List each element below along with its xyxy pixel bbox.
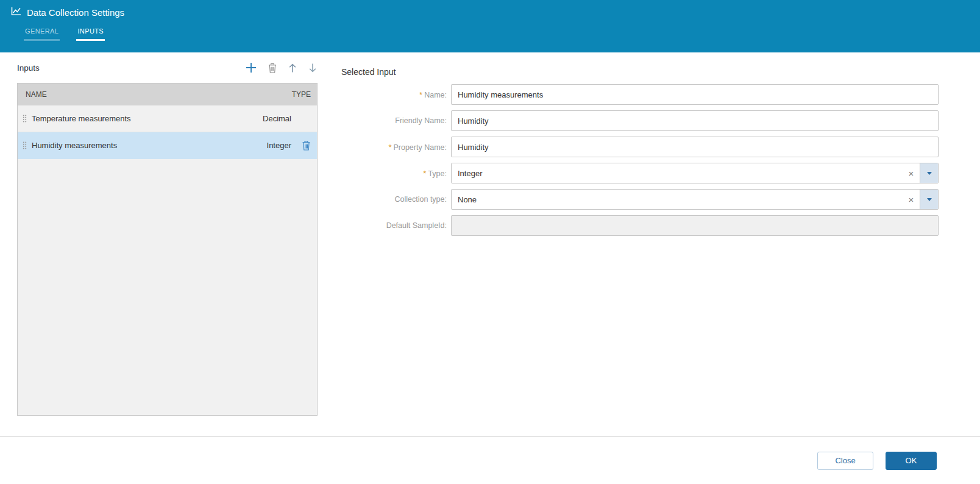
input-name: Temperature measurements	[32, 114, 131, 123]
selected-input-form: *Name: Friendly Name: *Property Name: *T…	[341, 84, 939, 236]
move-up-button[interactable]	[288, 63, 297, 73]
inputs-panel-header: Inputs	[17, 52, 318, 83]
field-collection-type: Collection type: ×	[341, 189, 939, 210]
selected-input-title: Selected Input	[341, 67, 939, 77]
field-property-name: *Property Name:	[341, 137, 939, 157]
input-type: Decimal	[263, 114, 291, 123]
column-header-name: NAME	[26, 90, 47, 99]
field-friendly-name: Friendly Name:	[341, 110, 939, 131]
collection-type-combobox: ×	[451, 189, 939, 210]
page-title: Data Collection Settings	[27, 7, 124, 18]
title-row: Data Collection Settings	[11, 0, 980, 18]
collection-type-combobox-input[interactable]	[452, 190, 903, 209]
drag-handle-icon[interactable]	[21, 141, 28, 149]
field-default-sampleid: Default SampleId:	[341, 215, 939, 236]
input-name: Humidity measurements	[32, 141, 117, 150]
friendly-name-input[interactable]	[451, 110, 939, 131]
field-label-text: Collection type:	[395, 195, 447, 204]
chart-icon	[11, 7, 21, 18]
name-input[interactable]	[451, 84, 939, 105]
ok-button[interactable]: OK	[886, 452, 937, 470]
close-button[interactable]: Close	[817, 452, 873, 470]
tab-inputs[interactable]: INPUTS	[76, 27, 105, 41]
tab-general[interactable]: GENERAL	[24, 27, 60, 41]
field-label-text: Property Name:	[393, 143, 447, 152]
delete-input-button[interactable]	[268, 63, 277, 73]
drag-handle-icon[interactable]	[21, 115, 28, 123]
type-combobox-input[interactable]	[452, 163, 903, 183]
arrow-up-icon	[288, 63, 297, 73]
plus-icon	[246, 62, 257, 73]
column-header-type: TYPE	[292, 90, 311, 99]
list-item-temperature[interactable]: Temperature measurements Decimal	[18, 105, 317, 132]
default-sampleid-input	[451, 215, 939, 236]
inputs-panel: Inputs	[17, 52, 318, 436]
list-header-row: NAME TYPE	[18, 84, 317, 105]
selected-input-panel: Selected Input *Name: Friendly Name: *Pr…	[318, 52, 980, 436]
chevron-down-icon[interactable]	[920, 190, 938, 209]
main-content: Inputs	[0, 52, 980, 436]
clear-icon[interactable]: ×	[903, 163, 920, 183]
trash-icon	[302, 140, 311, 151]
dialog-footer: Close OK	[0, 436, 980, 484]
field-type: *Type: ×	[341, 163, 939, 183]
required-marker: *	[423, 169, 426, 178]
inputs-list: NAME TYPE Temperature measurements Decim…	[17, 83, 318, 416]
tab-bar: GENERAL INPUTS	[24, 27, 980, 41]
field-name: *Name:	[341, 84, 939, 105]
add-input-button[interactable]	[246, 62, 257, 73]
inputs-panel-title: Inputs	[17, 63, 40, 73]
field-label-text: Name:	[424, 91, 447, 99]
property-name-input[interactable]	[451, 137, 939, 157]
field-label-text: Default SampleId:	[386, 221, 447, 230]
list-item-humidity[interactable]: Humidity measurements Integer	[18, 132, 317, 159]
arrow-down-icon	[308, 63, 317, 73]
header: Data Collection Settings GENERAL INPUTS	[0, 0, 980, 52]
type-combobox: ×	[451, 163, 939, 183]
move-down-button[interactable]	[308, 63, 317, 73]
inputs-toolbar	[246, 62, 318, 73]
required-marker: *	[419, 90, 422, 99]
required-marker: *	[388, 143, 391, 152]
trash-icon	[268, 63, 277, 73]
field-label-text: Type:	[428, 169, 447, 178]
input-type: Integer	[267, 141, 291, 150]
data-collection-settings-dialog: Data Collection Settings GENERAL INPUTS …	[0, 0, 980, 484]
list-empty-area	[18, 159, 317, 415]
field-label-text: Friendly Name:	[395, 116, 447, 125]
delete-row-button[interactable]	[291, 140, 311, 151]
clear-icon[interactable]: ×	[903, 190, 920, 209]
chevron-down-icon[interactable]	[920, 163, 938, 183]
